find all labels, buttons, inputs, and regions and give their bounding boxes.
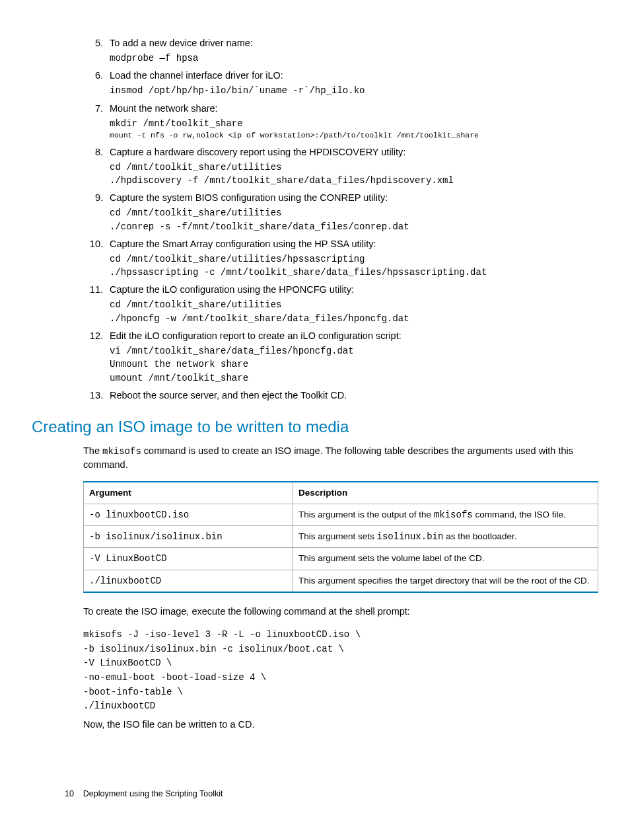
desc-cell: This argument is the output of the mkiso… [293, 504, 598, 525]
table-row: -V LinuxBootCD This argument sets the vo… [84, 548, 598, 570]
arg-cell: -o linuxbootCD.iso [84, 504, 293, 525]
step-number: 5. [83, 36, 110, 50]
step-text: Load the channel interface driver for iL… [110, 69, 598, 83]
step-10: 10. Capture the Smart Array configuratio… [83, 237, 598, 280]
desc-a: This argument is the output of the [298, 510, 434, 519]
arguments-table: Argument Description -o linuxbootCD.iso … [83, 481, 598, 593]
desc-a: This argument sets the volume label of t… [298, 553, 484, 563]
step-code: mkdir /mnt/toolkit_share [110, 117, 598, 130]
intro-b: command is used to create an ISO image. … [83, 445, 573, 470]
intro-code: mkisofs [102, 446, 141, 457]
arg-cell: -b isolinux/isolinux.bin [84, 525, 293, 547]
page-footer: 10 Deployment using the Scripting Toolki… [65, 788, 223, 800]
step-text: Capture the iLO configuration using the … [110, 283, 598, 297]
step-body: Capture the system BIOS configuration us… [110, 191, 598, 233]
step-text: Edit the iLO configuration report to cre… [110, 329, 598, 343]
step-code: insmod /opt/hp/hp-ilo/bin/`uname -r`/hp_… [110, 84, 598, 97]
desc-code: isolinux.bin [377, 531, 444, 542]
desc-b: as the bootloader. [443, 531, 516, 541]
arg-cell: ./linuxbootCD [84, 570, 293, 592]
step-number: 11. [83, 283, 110, 297]
page-number: 10 [65, 789, 74, 798]
step-text: Capture the system BIOS configuration us… [110, 191, 598, 205]
step-body: Edit the iLO configuration report to cre… [110, 329, 598, 385]
step-11: 11. Capture the iLO configuration using … [83, 283, 598, 325]
step-number: 6. [83, 69, 110, 83]
step-text: Reboot the source server, and then eject… [110, 389, 598, 402]
step-body: Capture a hardware discovery report usin… [110, 145, 598, 188]
arg-cell: -V LinuxBootCD [84, 548, 293, 570]
step-text: To add a new device driver name: [110, 36, 598, 50]
step-code: cd /mnt/toolkit_share/utilities/hpssascr… [110, 252, 598, 280]
step-6: 6. Load the channel interface driver for… [83, 69, 598, 97]
step-13: 13. Reboot the source server, and then e… [83, 389, 598, 404]
step-body: Reboot the source server, and then eject… [110, 389, 598, 404]
step-code-small: mount -t nfs -o rw,nolock <ip of worksta… [110, 130, 598, 141]
step-text: Capture the Smart Array configuration us… [110, 237, 598, 251]
intro-paragraph: The mkisofs command is used to create an… [83, 444, 598, 472]
th-description: Description [293, 482, 598, 504]
desc-a: This argument sets [298, 531, 377, 541]
desc-cell: This argument specifies the target direc… [293, 570, 598, 592]
numbered-steps: 5. To add a new device driver name: modp… [83, 36, 598, 404]
th-argument: Argument [84, 482, 293, 504]
step-text: Capture a hardware discovery report usin… [110, 145, 598, 159]
page: 5. To add a new device driver name: modp… [32, 36, 598, 823]
step-number: 12. [83, 329, 110, 343]
step-8: 8. Capture a hardware discovery report u… [83, 145, 598, 188]
step-number: 13. [83, 389, 110, 402]
step-code: cd /mnt/toolkit_share/utilities ./hponcf… [110, 298, 598, 325]
desc-b: command, the ISO file. [473, 510, 566, 519]
step-5: 5. To add a new device driver name: modp… [83, 36, 598, 65]
table-head: Argument Description [84, 482, 598, 504]
step-text: Mount the network share: [110, 102, 598, 116]
closing-text: Now, the ISO file can be written to a CD… [83, 718, 598, 732]
step-body: Capture the Smart Array configuration us… [110, 237, 598, 280]
step-body: Mount the network share: mkdir /mnt/tool… [110, 102, 598, 141]
table-header-row: Argument Description [84, 482, 598, 504]
desc-a: This argument specifies the target direc… [298, 576, 589, 586]
post-table-text: To create the ISO image, execute the fol… [83, 605, 598, 619]
step-number: 8. [83, 145, 110, 159]
step-7: 7. Mount the network share: mkdir /mnt/t… [83, 102, 598, 141]
footer-title: Deployment using the Scripting Toolkit [83, 789, 223, 798]
iso-command-block: mkisofs -J -iso-level 3 -R -L -o linuxbo… [83, 628, 598, 714]
step-12: 12. Edit the iLO configuration report to… [83, 329, 598, 385]
step-code: cd /mnt/toolkit_share/utilities ./conrep… [110, 206, 598, 233]
step-9: 9. Capture the system BIOS configuration… [83, 191, 598, 233]
intro-a: The [83, 445, 102, 456]
desc-cell: This argument sets isolinux.bin as the b… [293, 525, 598, 547]
step-code: modprobe —f hpsa [110, 52, 598, 65]
step-body: Load the channel interface driver for iL… [110, 69, 598, 97]
section-heading: Creating an ISO image to be written to m… [32, 416, 598, 439]
desc-cell: This argument sets the volume label of t… [293, 548, 598, 570]
table-row: ./linuxbootCD This argument specifies th… [84, 570, 598, 592]
table-row: -o linuxbootCD.iso This argument is the … [84, 504, 598, 525]
step-number: 10. [83, 237, 110, 251]
step-code: vi /mnt/toolkit_share/data_files/hponcfg… [110, 344, 598, 385]
step-code: cd /mnt/toolkit_share/utilities ./hpdisc… [110, 161, 598, 188]
step-body: Capture the iLO configuration using the … [110, 283, 598, 325]
step-number: 7. [83, 102, 110, 116]
step-number: 9. [83, 191, 110, 205]
step-body: To add a new device driver name: modprob… [110, 36, 598, 65]
table-row: -b isolinux/isolinux.bin This argument s… [84, 525, 598, 547]
desc-code: mkisofs [434, 510, 473, 520]
